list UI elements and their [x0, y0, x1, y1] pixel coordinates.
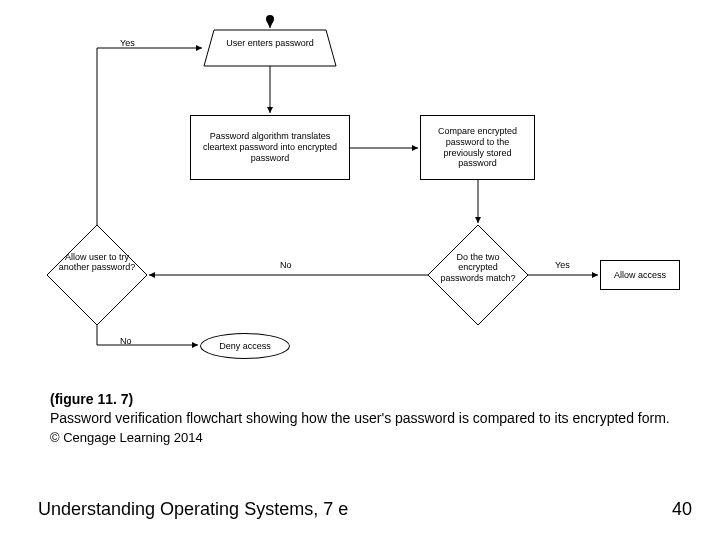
encrypt-node: Password algorithm translates cleartext … — [190, 115, 350, 180]
retry-decision-label: Allow user to try another password? — [57, 252, 137, 273]
connectors — [0, 0, 720, 380]
svg-marker-2 — [47, 225, 147, 325]
edge-label-no-deny: No — [120, 336, 132, 346]
figure-copyright: © Cengage Learning 2014 — [50, 430, 203, 445]
start-dot — [266, 15, 274, 23]
allow-access-node: Allow access — [600, 260, 680, 290]
page-number: 40 — [672, 499, 692, 520]
match-decision-label: Do the two encrypted passwords match? — [438, 252, 518, 283]
encrypt-node-label: Password algorithm translates cleartext … — [195, 131, 345, 163]
input-node-label: User enters password — [215, 38, 325, 48]
flowchart-canvas: User enters password Password algorithm … — [0, 0, 720, 540]
deny-access-node: Deny access — [200, 333, 290, 359]
figure-text: Password verification flowchart showing … — [50, 410, 670, 426]
compare-node: Compare encrypted password to the previo… — [420, 115, 535, 180]
allow-access-label: Allow access — [614, 270, 666, 281]
deny-access-label: Deny access — [219, 341, 271, 352]
figure-caption: (figure 11. 7) Password verification flo… — [50, 390, 670, 447]
edge-label-yes-allow: Yes — [555, 260, 570, 270]
edge-label-yes-loop: Yes — [120, 38, 135, 48]
compare-node-label: Compare encrypted password to the previo… — [425, 126, 530, 169]
edge-label-no-retry: No — [280, 260, 292, 270]
figure-number: (figure 11. 7) — [50, 391, 133, 407]
book-title: Understanding Operating Systems, 7 e — [38, 499, 348, 520]
